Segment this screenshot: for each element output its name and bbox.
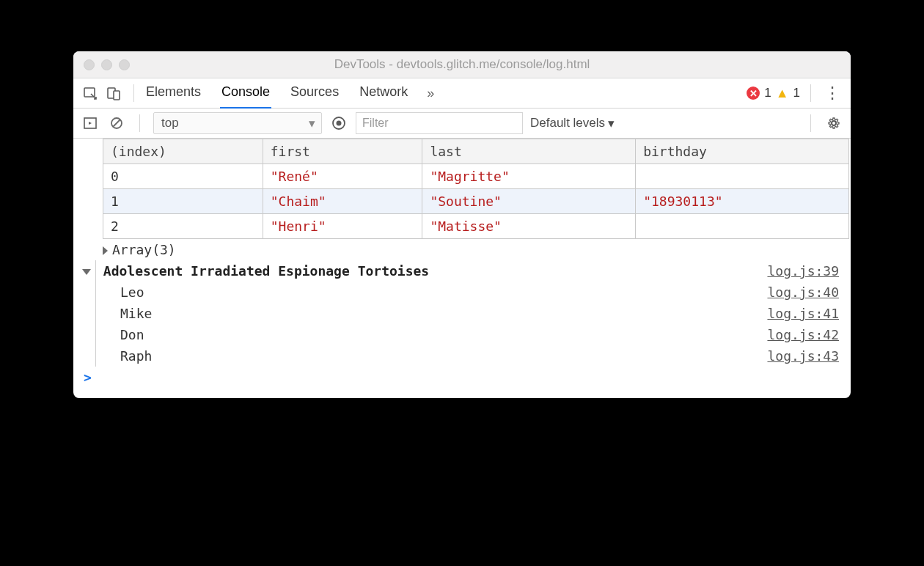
cell-last: "Magritte" bbox=[422, 164, 636, 189]
log-row[interactable]: Leo log.js:40 bbox=[73, 282, 851, 303]
separator bbox=[139, 114, 140, 132]
cell-index: 1 bbox=[103, 189, 263, 214]
cell-last: "Soutine" bbox=[422, 189, 636, 214]
filter-input[interactable] bbox=[356, 112, 523, 134]
panel-tabs: Elements Console Sources Network » bbox=[144, 78, 434, 109]
th-birthday[interactable]: birthday bbox=[636, 139, 849, 164]
source-link[interactable]: log.js:43 bbox=[767, 348, 839, 364]
titlebar: DevTools - devtools.glitch.me/console/lo… bbox=[73, 51, 851, 78]
error-badge-icon: ✕ bbox=[747, 87, 760, 100]
close-dot[interactable] bbox=[84, 59, 95, 70]
tab-network[interactable]: Network bbox=[358, 78, 409, 109]
console-prompt[interactable]: > bbox=[73, 367, 851, 392]
svg-rect-2 bbox=[114, 91, 120, 100]
disclosure-triangle-icon bbox=[82, 269, 91, 275]
separator bbox=[810, 84, 811, 102]
table-row[interactable]: 2 "Henri" "Matisse" bbox=[103, 214, 849, 239]
console-group: Adolescent Irradiated Espionage Tortoise… bbox=[73, 260, 851, 367]
more-tabs-icon[interactable]: » bbox=[427, 86, 434, 101]
log-levels-selector[interactable]: Default levels ▾ bbox=[530, 116, 615, 131]
separator bbox=[810, 114, 811, 132]
th-first[interactable]: first bbox=[263, 139, 422, 164]
context-value: top bbox=[161, 116, 179, 131]
status-badges[interactable]: ✕ 1 ▲ 1 bbox=[747, 86, 800, 100]
main-tabbar: Elements Console Sources Network » ✕ 1 ▲… bbox=[73, 78, 851, 109]
chevron-down-icon: ▾ bbox=[608, 116, 615, 131]
cell-index: 2 bbox=[103, 214, 263, 239]
tab-sources[interactable]: Sources bbox=[289, 78, 340, 109]
context-selector[interactable]: top ▾ bbox=[153, 112, 322, 134]
group-header[interactable]: Adolescent Irradiated Espionage Tortoise… bbox=[73, 260, 851, 282]
log-text: Mike bbox=[120, 306, 152, 321]
svg-point-7 bbox=[337, 121, 342, 126]
tab-elements[interactable]: Elements bbox=[144, 78, 202, 109]
array-expand-row[interactable]: Array(3) bbox=[103, 239, 851, 260]
array-label: Array(3) bbox=[112, 242, 176, 257]
cell-birthday bbox=[636, 164, 849, 189]
group-title: Adolescent Irradiated Espionage Tortoise… bbox=[103, 263, 429, 279]
log-text: Raph bbox=[120, 348, 152, 364]
log-text: Leo bbox=[120, 284, 144, 300]
gear-icon[interactable] bbox=[824, 114, 843, 133]
console-output: (index) first last birthday 0 "René" "Ma… bbox=[73, 139, 851, 398]
console-toolbar: top ▾ Default levels ▾ bbox=[73, 109, 851, 139]
th-index[interactable]: (index) bbox=[103, 139, 263, 164]
inspect-icon[interactable] bbox=[81, 84, 100, 103]
cell-birthday: "18930113" bbox=[636, 189, 849, 214]
cell-first: "Chaim" bbox=[263, 189, 422, 214]
devtools-window: DevTools - devtools.glitch.me/console/lo… bbox=[73, 51, 851, 398]
source-link[interactable]: log.js:39 bbox=[767, 263, 839, 279]
table-row[interactable]: 1 "Chaim" "Soutine" "18930113" bbox=[103, 189, 849, 214]
cell-birthday bbox=[636, 214, 849, 239]
th-last[interactable]: last bbox=[422, 139, 636, 164]
levels-label: Default levels bbox=[530, 116, 605, 131]
warning-count: 1 bbox=[793, 86, 800, 100]
window-title: DevTools - devtools.glitch.me/console/lo… bbox=[73, 57, 851, 72]
cell-index: 0 bbox=[103, 164, 263, 189]
log-row[interactable]: Don log.js:42 bbox=[73, 324, 851, 345]
kebab-menu-icon[interactable]: ⋮ bbox=[821, 84, 843, 103]
device-mode-icon[interactable] bbox=[104, 84, 123, 103]
source-link[interactable]: log.js:41 bbox=[767, 306, 839, 321]
zoom-dot[interactable] bbox=[119, 59, 130, 70]
cell-first: "René" bbox=[263, 164, 422, 189]
chevron-down-icon: ▾ bbox=[309, 116, 315, 131]
traffic-lights bbox=[73, 59, 130, 70]
cell-last: "Matisse" bbox=[422, 214, 636, 239]
svg-line-5 bbox=[113, 120, 120, 127]
cell-first: "Henri" bbox=[263, 214, 422, 239]
log-row[interactable]: Mike log.js:41 bbox=[73, 303, 851, 324]
minimize-dot[interactable] bbox=[101, 59, 112, 70]
log-text: Don bbox=[120, 327, 144, 342]
table-header-row: (index) first last birthday bbox=[103, 139, 849, 164]
live-expression-icon[interactable] bbox=[329, 114, 348, 133]
table-row[interactable]: 0 "René" "Magritte" bbox=[103, 164, 849, 189]
log-row[interactable]: Raph log.js:43 bbox=[73, 345, 851, 367]
error-count: 1 bbox=[764, 86, 771, 100]
source-link[interactable]: log.js:40 bbox=[767, 284, 839, 300]
console-table: (index) first last birthday 0 "René" "Ma… bbox=[103, 139, 849, 239]
console-sidebar-toggle-icon[interactable] bbox=[81, 114, 100, 133]
tab-console[interactable]: Console bbox=[220, 78, 271, 109]
source-link[interactable]: log.js:42 bbox=[767, 327, 839, 342]
separator bbox=[133, 84, 134, 102]
clear-console-icon[interactable] bbox=[107, 114, 126, 133]
disclosure-triangle-icon bbox=[103, 246, 108, 255]
warning-badge-icon: ▲ bbox=[776, 87, 789, 100]
